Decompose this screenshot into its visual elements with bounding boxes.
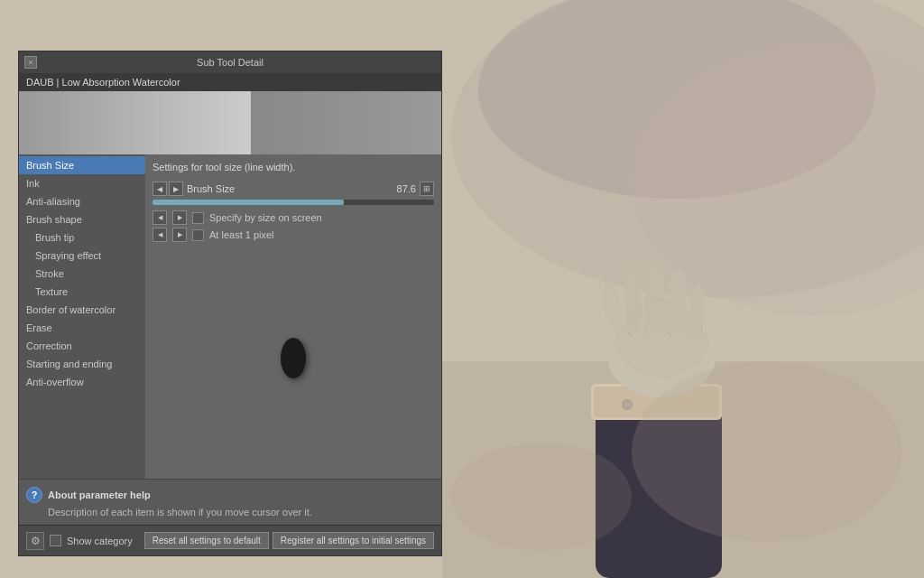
title-bar: × Sub Tool Detail [19,51,441,73]
help-title-row: ? About parameter help [26,487,434,503]
at-least-1-pixel-row: ◀ ▶ At least 1 pixel [152,228,434,242]
specify-size-icon-left[interactable]: ◀ [152,210,167,225]
sidebar-item-texture[interactable]: Texture [19,283,145,301]
settings-area: Settings for tool size (line width). ◀ ▶… [145,154,441,479]
brush-shape-preview [152,245,434,471]
help-text: Description of each item is shown if you… [26,507,434,517]
bottom-bar: ⚙ Show category Reset all settings to de… [19,525,441,555]
brush-size-icon-right[interactable]: ▶ [169,182,183,196]
svg-point-10 [624,401,631,408]
sidebar-item-border-watercolor[interactable]: Border of watercolor [19,301,145,319]
main-content: Brush Size Ink Anti-aliasing Brush shape… [19,154,441,479]
brush-shape-oval [281,338,306,378]
specify-by-size-label: Specify by size on screen [209,212,322,223]
sidebar-item-starting-ending[interactable]: Starting and ending [19,355,145,373]
sidebar-item-anti-aliasing[interactable]: Anti-aliasing [19,192,145,210]
brush-preview-area [19,91,441,154]
register-button[interactable]: Register all settings to initial setting… [273,532,434,549]
tool-name-header: DAUB | Low Absorption Watercolor [19,73,441,91]
brush-size-slider-container[interactable] [152,200,434,205]
expand-button[interactable]: ⊞ [420,182,434,196]
panel-title: Sub Tool Detail [197,57,263,68]
help-icon: ? [26,487,42,503]
at-least-1-pixel-label: At least 1 pixel [209,229,274,240]
svg-point-16 [451,443,632,551]
sidebar-item-ink[interactable]: Ink [19,174,145,192]
bottom-action-buttons: Reset all settings to default Register a… [144,532,434,549]
close-button[interactable]: × [24,56,37,69]
brush-size-icons: ◀ ▶ [152,182,183,196]
sidebar-item-correction[interactable]: Correction [19,337,145,355]
sub-tool-detail-panel: × Sub Tool Detail DAUB | Low Absorption … [18,51,442,556]
preview-gradient [19,91,251,154]
preview-dark [251,91,441,154]
sidebar-item-spraying-effect[interactable]: Spraying effect [19,247,145,265]
sidebar-item-anti-overflow[interactable]: Anti-overflow [19,373,145,391]
sidebar-item-brush-size[interactable]: Brush Size [19,156,145,174]
at-least-icon-left[interactable]: ◀ [152,228,167,242]
bottom-left-controls: ⚙ Show category [26,532,133,550]
svg-point-15 [632,361,902,542]
slider-track[interactable] [152,200,434,205]
help-title: About parameter help [48,489,151,500]
help-section: ? About parameter help Description of ea… [19,479,441,525]
sidebar-item-brush-shape[interactable]: Brush shape [19,210,145,228]
gear-icon-button[interactable]: ⚙ [26,532,44,550]
show-category-label: Show category [67,536,133,546]
sidebar-navigation: Brush Size Ink Anti-aliasing Brush shape… [19,154,145,479]
at-least-icon-right[interactable]: ▶ [172,228,187,242]
sidebar-item-erase[interactable]: Erase [19,319,145,337]
brush-size-icon-left[interactable]: ◀ [152,182,167,196]
specify-by-size-row: ◀ ▶ Specify by size on screen [152,210,434,225]
brush-size-label: Brush Size [187,183,381,194]
brush-size-value: 87.6 [384,183,416,194]
show-category-checkbox[interactable] [50,535,61,546]
brush-size-row: ◀ ▶ Brush Size 87.6 ⊞ [152,182,434,196]
specify-size-icon-right[interactable]: ▶ [172,210,187,225]
reset-button[interactable]: Reset all settings to default [144,532,269,549]
sidebar-item-stroke[interactable]: Stroke [19,265,145,283]
tool-name-label: DAUB | Low Absorption Watercolor [26,77,180,88]
settings-description: Settings for tool size (line width). [152,162,434,172]
specify-by-size-checkbox[interactable] [192,212,204,224]
slider-fill [152,200,344,205]
at-least-1-pixel-checkbox[interactable] [192,229,204,241]
sidebar-item-brush-tip[interactable]: Brush tip [19,228,145,247]
